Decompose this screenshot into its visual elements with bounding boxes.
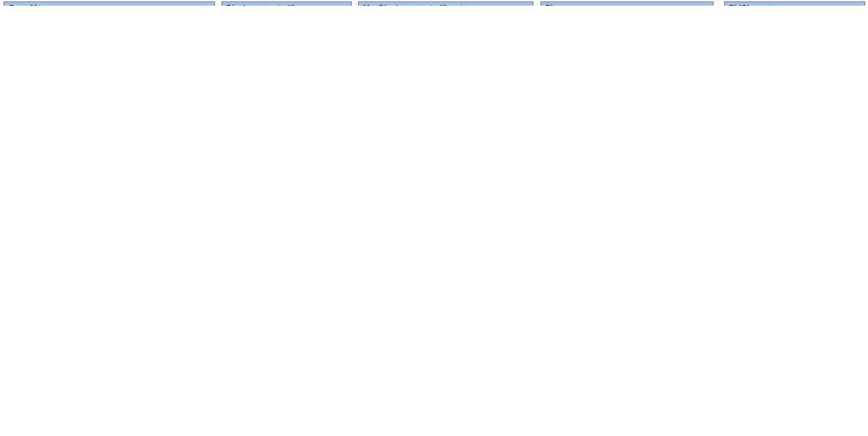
class-PblCharacter: PblCharacter-fields- alive:boolean- type… [724,1,865,6]
class-title: MapDisplay extends JPanel [359,2,533,6]
class-name: MapDisplay [363,4,407,6]
class-title: GameManager [4,2,214,6]
class-title: PblCharacter [725,2,864,6]
class-name: Player [545,4,569,6]
class-Player: Player-fields- name:String- facesLeft:bo… [540,1,713,6]
extends-label: extends JPanel [409,4,462,6]
extends-label: extends JFrame [256,4,313,6]
class-name: PblCharacter [729,4,778,6]
class-Display: Display extends JFrame-fields- gm:GameMa… [221,1,352,6]
class-title: Player [541,2,713,6]
class-name: GameManager [9,4,63,6]
class-MapDisplay: MapDisplay extends JPanel-fields- aff:Di… [358,1,533,6]
class-GameManager: GameManager-fields- mode:String- backgro… [4,1,215,6]
class-title: Display extends JFrame [222,2,351,6]
class-name: Display [226,4,254,6]
